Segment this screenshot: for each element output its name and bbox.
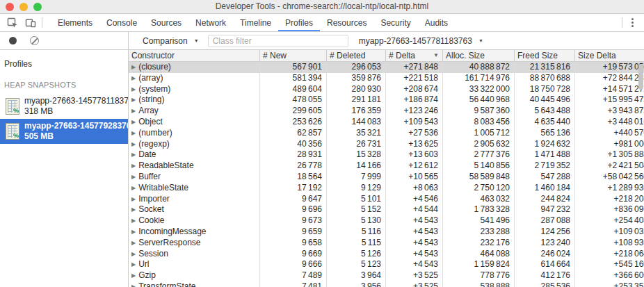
constructor-name: ServerResponse [138, 238, 200, 247]
inspect-element-icon[interactable] [7, 17, 18, 28]
expand-arrow-icon[interactable]: ▶ [131, 215, 136, 227]
value-cell: +4 543 [386, 227, 443, 238]
table-row[interactable]: ▶Object253 626144 083+109 5438 083 4564 … [129, 117, 644, 128]
expand-arrow-icon[interactable]: ▶ [131, 139, 136, 150]
table-row[interactable]: ▶Url9 6665 123+4 5431 159 824614 664+545… [129, 259, 644, 270]
tab-security[interactable]: Security [373, 14, 417, 31]
value-cell: 3 956 [327, 281, 386, 287]
table-row[interactable]: ▶TransformState7 4813 956+3 525538 88828… [129, 281, 644, 287]
table-row[interactable]: ▶ServerResponse9 6585 115+4 543232 17612… [129, 238, 644, 249]
expand-arrow-icon[interactable]: ▶ [131, 172, 136, 183]
devtools-content: Profiles HEAP SNAPSHOTS myapp-27663-1457… [0, 32, 644, 287]
expand-arrow-icon[interactable]: ▶ [131, 95, 136, 106]
column-header-new[interactable]: # New [260, 50, 327, 61]
table-row[interactable]: ▶Importer9 6475 101+4 546463 032244 824+… [129, 194, 644, 205]
expand-arrow-icon[interactable]: ▶ [131, 238, 136, 249]
constructor-cell: ▶Object [129, 117, 260, 128]
zoom-window-icon[interactable] [33, 3, 42, 11]
value-cell: 62 857 [260, 128, 327, 139]
value-cell: 463 032 [443, 194, 515, 205]
expand-arrow-icon[interactable]: ▶ [131, 106, 136, 117]
value-cell: 778 776 [443, 270, 515, 281]
column-header-constructor[interactable]: Constructor [129, 50, 260, 61]
constructor-cell: ▶ServerResponse [129, 238, 260, 249]
table-row[interactable]: ▶Socket9 6965 152+4 5441 783 328947 232+… [129, 204, 644, 215]
table-row[interactable]: ▶(system)489 604280 930+208 67433 322 00… [129, 84, 644, 95]
tab-resources[interactable]: Resources [320, 14, 373, 31]
expand-arrow-icon[interactable]: ▶ [131, 161, 136, 172]
expand-arrow-icon[interactable]: ▶ [131, 128, 136, 139]
vertical-scrollbar-thumb[interactable] [638, 64, 643, 90]
tab-audits[interactable]: Audits [418, 14, 455, 31]
expand-arrow-icon[interactable]: ▶ [131, 281, 136, 287]
value-cell: +836 096 [575, 204, 644, 215]
table-row[interactable]: ▶WritableState17 1929 129+8 0632 750 120… [129, 183, 644, 194]
column-header-deleted[interactable]: # Deleted [327, 50, 386, 61]
column-header-delta[interactable]: # Delta▼ [386, 50, 443, 61]
column-header-alloc-size[interactable]: Alloc. Size [443, 50, 515, 61]
column-header-freed-size[interactable]: Freed Size [515, 50, 575, 61]
table-row[interactable]: ▶Cookie9 6735 130+4 543541 496287 088+25… [129, 215, 644, 227]
table-row[interactable]: ▶Session9 6695 126+4 543464 088246 024+2… [129, 249, 644, 260]
value-cell: +3 525 [386, 270, 443, 281]
expand-arrow-icon[interactable]: ▶ [131, 194, 136, 205]
heap-snapshot-item[interactable]: myapp-27663-145779283763505 MB [0, 119, 128, 144]
expand-arrow-icon[interactable]: ▶ [131, 73, 136, 84]
tab-sources[interactable]: Sources [144, 14, 188, 31]
base-snapshot-label: myapp-27663-1457781183763 [359, 36, 472, 46]
clear-profiles-icon[interactable] [30, 36, 39, 45]
close-window-icon[interactable] [6, 3, 14, 11]
expand-arrow-icon[interactable]: ▶ [131, 204, 136, 215]
base-snapshot-select[interactable]: myapp-27663-1457781183763 ▼ [359, 36, 483, 46]
value-cell: +27 536 [386, 128, 443, 139]
table-row[interactable]: ▶ReadableState26 77814 166+12 6125 140 8… [129, 161, 644, 172]
snapshot-name: myapp-27663-1457781183763 [24, 96, 128, 106]
class-filter-input[interactable] [208, 35, 348, 47]
column-header-size-delta[interactable]: Size Delta [575, 50, 644, 61]
table-row[interactable]: ▶(regexp)40 35626 731+13 6252 905 6321 9… [129, 139, 644, 150]
snapshot-size: 505 MB [24, 131, 128, 142]
expand-arrow-icon[interactable]: ▶ [131, 259, 136, 270]
minimize-window-icon[interactable] [19, 3, 28, 11]
value-cell: 35 321 [327, 128, 386, 139]
tab-network[interactable]: Network [188, 14, 233, 31]
tab-profiles[interactable]: Profiles [278, 14, 320, 31]
expand-arrow-icon[interactable]: ▶ [131, 270, 136, 281]
expand-arrow-icon[interactable]: ▶ [131, 84, 136, 95]
profiles-label[interactable]: Profiles [4, 59, 128, 69]
value-cell: 18 750 728 [515, 84, 575, 95]
tabbar-divider [42, 17, 42, 28]
value-cell: 581 394 [260, 73, 327, 84]
table-row[interactable]: ▶(closure)567 901296 053+271 84840 888 8… [129, 62, 644, 73]
value-cell: +1 305 888 [575, 149, 644, 161]
table-row[interactable]: ▶(array)581 394359 876+221 518161 714 97… [129, 73, 644, 84]
tab-console[interactable]: Console [99, 14, 144, 31]
expand-arrow-icon[interactable]: ▶ [131, 62, 136, 73]
profiles-sidebar: Profiles HEAP SNAPSHOTS myapp-27663-1457… [0, 32, 129, 287]
value-cell: +253 352 [575, 281, 644, 287]
table-row[interactable]: ▶IncomingMessage9 6595 116+4 543233 2881… [129, 227, 644, 238]
view-mode-select[interactable]: Comparison ▼ [143, 36, 199, 46]
device-toolbar-icon[interactable] [25, 17, 36, 28]
tab-elements[interactable]: Elements [51, 14, 99, 31]
table-row[interactable]: ▶Gzip7 4893 964+3 525778 776412 176+366 … [129, 270, 644, 281]
value-cell: 9 696 [260, 204, 327, 215]
constructor-name: TransformState [138, 281, 195, 287]
expand-arrow-icon[interactable]: ▶ [131, 249, 136, 260]
value-cell: +4 543 [386, 238, 443, 249]
expand-arrow-icon[interactable]: ▶ [131, 183, 136, 194]
table-row[interactable]: ▶Buffer18 5647 999+10 56558 589 848547 2… [129, 172, 644, 183]
value-cell: 5 140 856 [443, 161, 515, 172]
table-row[interactable]: ▶Array299 605176 359+123 2469 587 3605 6… [129, 106, 644, 117]
tab-timeline[interactable]: Timeline [233, 14, 278, 31]
table-row[interactable]: ▶Date28 93115 328+13 6032 777 3761 471 4… [129, 149, 644, 161]
overflow-menu-icon[interactable] [628, 18, 637, 27]
heap-snapshot-item[interactable]: myapp-27663-1457781183763318 MB [0, 94, 128, 119]
table-row[interactable]: ▶(string)478 055291 181+186 87456 440 96… [129, 95, 644, 106]
expand-arrow-icon[interactable]: ▶ [131, 227, 136, 238]
table-row[interactable]: ▶(number)62 85735 321+27 5361 005 712565… [129, 128, 644, 139]
record-profile-icon[interactable] [9, 37, 17, 44]
expand-arrow-icon[interactable]: ▶ [131, 117, 136, 128]
value-cell: +271 848 [386, 62, 443, 73]
expand-arrow-icon[interactable]: ▶ [131, 149, 136, 161]
